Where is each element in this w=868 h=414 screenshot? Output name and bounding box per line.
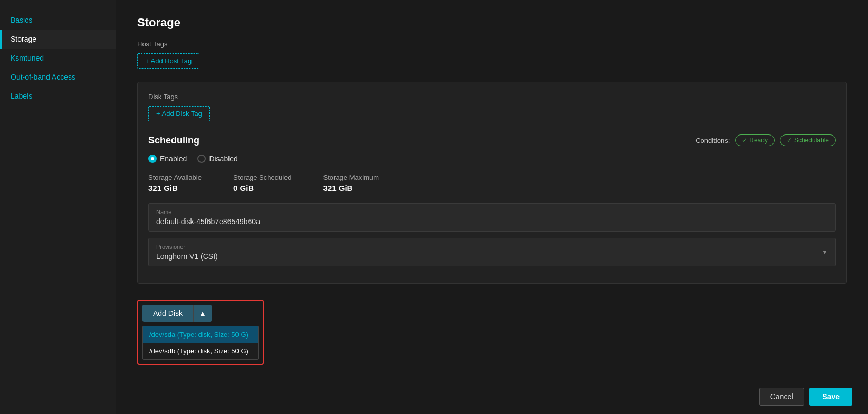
cancel-button[interactable]: Cancel — [759, 388, 805, 406]
add-disk-wrapper: Add Disk ▲ /dev/sda (Type: disk, Size: 5… — [137, 300, 264, 365]
provisioner-field-value: Longhorn V1 (CSI) — [156, 252, 828, 261]
disk-tags-label: Disk Tags — [148, 93, 836, 101]
storage-card: Disk Tags + Add Disk Tag Scheduling Cond… — [137, 82, 847, 284]
stat-available: Storage Available 321 GiB — [148, 174, 202, 192]
stat-available-label: Storage Available — [148, 174, 202, 181]
radio-disabled-label: Disabled — [209, 155, 237, 163]
disk-option-sda[interactable]: /dev/sda (Type: disk, Size: 50 G) — [143, 326, 258, 343]
check-icon-schedulable: ✓ — [787, 137, 792, 144]
chevron-down-icon: ▼ — [822, 248, 828, 256]
radio-enabled-circle — [148, 155, 157, 163]
provisioner-field-label: Provisioner — [156, 244, 828, 250]
condition-schedulable-badge: ✓ Schedulable — [780, 134, 836, 146]
radio-disabled[interactable]: Disabled — [197, 155, 237, 163]
add-host-tag-button[interactable]: + Add Host Tag — [137, 53, 199, 69]
name-field[interactable]: Name default-disk-45f6b7e86549b60a — [148, 203, 836, 232]
disk-option-sdb[interactable]: /dev/sdb (Type: disk, Size: 50 G) — [143, 343, 258, 359]
main-content: Storage Host Tags + Add Host Tag Disk Ta… — [116, 0, 868, 414]
radio-enabled[interactable]: Enabled — [148, 155, 187, 163]
sidebar: Basics Storage Ksmtuned Out-of-band Acce… — [0, 0, 116, 414]
scheduling-header: Scheduling Conditions: ✓ Ready ✓ Schedul… — [148, 134, 836, 146]
stat-maximum-value: 321 GiB — [323, 184, 379, 192]
condition-ready-label: Ready — [749, 137, 768, 144]
sidebar-item-labels[interactable]: Labels — [0, 86, 116, 105]
footer: Cancel Save — [743, 379, 868, 414]
sidebar-item-out-of-band[interactable]: Out-of-band Access — [0, 68, 116, 86]
add-disk-button[interactable]: Add Disk — [142, 305, 193, 322]
provisioner-field[interactable]: Provisioner Longhorn V1 (CSI) ▼ — [148, 238, 836, 266]
stat-scheduled-value: 0 GiB — [233, 184, 292, 192]
host-tags-label: Host Tags — [137, 40, 847, 48]
conditions-group: Conditions: ✓ Ready ✓ Schedulable — [695, 134, 836, 146]
scheduling-title: Scheduling — [148, 135, 199, 146]
stat-maximum-label: Storage Maximum — [323, 174, 379, 181]
sidebar-item-basics[interactable]: Basics — [0, 11, 116, 30]
radio-enabled-label: Enabled — [160, 155, 187, 163]
add-disk-chevron-button[interactable]: ▲ — [193, 305, 212, 322]
radio-disabled-circle — [197, 155, 206, 163]
condition-ready-badge: ✓ Ready — [735, 134, 775, 146]
scheduling-radio-group: Enabled Disabled — [148, 155, 836, 163]
conditions-label: Conditions: — [695, 137, 730, 145]
name-field-value: default-disk-45f6b7e86549b60a — [156, 217, 828, 226]
stat-scheduled-label: Storage Scheduled — [233, 174, 292, 181]
save-button[interactable]: Save — [809, 388, 852, 406]
sidebar-item-ksmtuned[interactable]: Ksmtuned — [0, 49, 116, 68]
add-disk-area: Add Disk ▲ /dev/sda (Type: disk, Size: 5… — [137, 300, 264, 365]
stat-maximum: Storage Maximum 321 GiB — [323, 174, 379, 192]
sidebar-item-storage[interactable]: Storage — [0, 30, 116, 49]
check-icon-ready: ✓ — [742, 137, 747, 144]
condition-schedulable-label: Schedulable — [794, 137, 829, 144]
add-disk-button-row: Add Disk ▲ — [142, 305, 259, 322]
page-title: Storage — [137, 16, 847, 30]
disk-dropdown: /dev/sda (Type: disk, Size: 50 G) /dev/s… — [142, 326, 259, 360]
add-disk-tag-button[interactable]: + Add Disk Tag — [148, 106, 210, 121]
stat-scheduled: Storage Scheduled 0 GiB — [233, 174, 292, 192]
name-field-label: Name — [156, 209, 828, 215]
storage-stats: Storage Available 321 GiB Storage Schedu… — [148, 174, 836, 192]
stat-available-value: 321 GiB — [148, 184, 202, 192]
